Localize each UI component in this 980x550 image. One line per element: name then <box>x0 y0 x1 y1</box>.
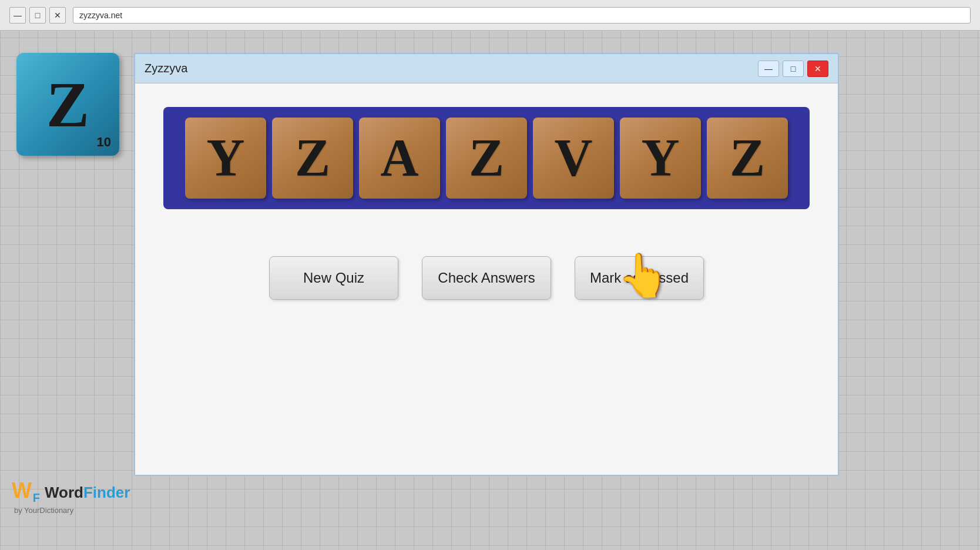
tile-letter-a: A <box>381 132 419 185</box>
app-minimize-button[interactable]: — <box>758 61 779 77</box>
new-quiz-button[interactable]: New Quiz <box>269 256 398 300</box>
tile-letter-z1: Z <box>295 132 330 185</box>
wf-w-letter: W <box>12 478 32 502</box>
tile-y2: Y <box>620 118 701 199</box>
tile-rack: Y Z A Z V Y Z <box>163 107 810 209</box>
app-titlebar: Zyzzyva — □ ✕ <box>135 54 838 83</box>
z-tile-letter: Z <box>46 72 89 137</box>
check-answers-button[interactable]: Check Answers <box>422 256 551 300</box>
app-content: Y Z A Z V Y Z New Quiz Check Answ <box>135 83 838 475</box>
tile-z1: Z <box>272 118 353 199</box>
app-title: Zyzzyva <box>145 62 187 75</box>
z-tile-number: 10 <box>97 135 111 150</box>
tile-letter-z2: Z <box>469 132 504 185</box>
tile-v: V <box>533 118 614 199</box>
z-logo: Z 10 <box>16 53 128 170</box>
tile-letter-z3: Z <box>730 132 765 185</box>
wf-text: WordFinder <box>45 484 130 502</box>
app-maximize-button[interactable]: □ <box>783 61 804 77</box>
app-window-controls: — □ ✕ <box>758 61 828 77</box>
wf-e-letter: F <box>33 491 40 505</box>
wf-brand: W F WordFinder <box>12 480 130 505</box>
z-tile: Z 10 <box>16 53 119 156</box>
mark-as-missed-button[interactable]: Mark as Missed <box>575 256 704 300</box>
button-row: New Quiz Check Answers Mark as Missed <box>269 256 704 300</box>
wordfinder-logo: W F WordFinder by YourDictionary <box>12 480 130 515</box>
tile-a: A <box>359 118 440 199</box>
tile-letter-v: V <box>555 132 593 185</box>
app-close-button[interactable]: ✕ <box>807 61 828 77</box>
app-window: Zyzzyva — □ ✕ Y Z A Z V Y <box>134 53 839 476</box>
browser-maximize-button[interactable]: □ <box>29 7 46 24</box>
tile-z3: Z <box>707 118 788 199</box>
tile-y1: Y <box>185 118 266 199</box>
address-bar[interactable]: zyzzyva.net <box>73 7 971 24</box>
wf-icon: W F <box>12 480 40 505</box>
tile-letter-y1: Y <box>207 132 245 185</box>
tile-letter-y2: Y <box>642 132 680 185</box>
browser-minimize-button[interactable]: — <box>9 7 26 24</box>
tile-z2: Z <box>446 118 527 199</box>
browser-controls: — □ ✕ <box>9 7 66 24</box>
browser-bar: — □ ✕ zyzzyva.net <box>0 0 980 31</box>
address-text: zyzzyva.net <box>79 11 122 20</box>
browser-close-button[interactable]: ✕ <box>49 7 66 24</box>
wf-sub: by YourDictionary <box>14 506 130 515</box>
